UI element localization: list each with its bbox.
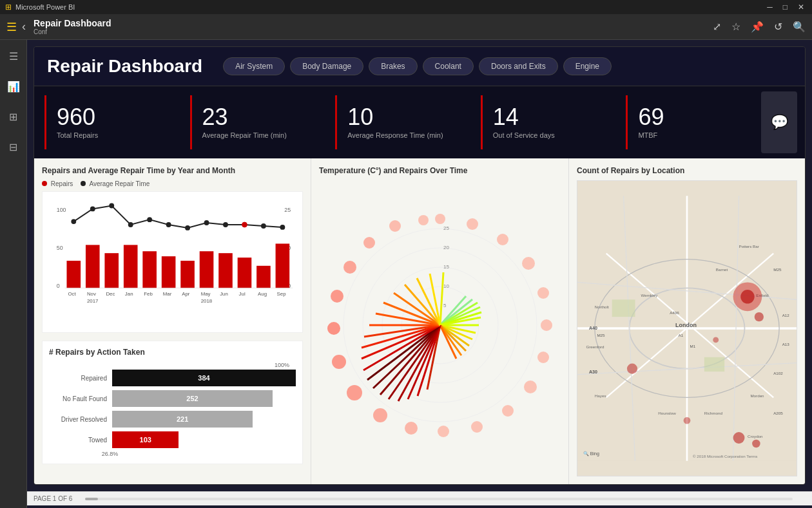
svg-text:0: 0 — [57, 283, 60, 289]
svg-text:A1: A1 — [679, 333, 684, 337]
svg-text:50: 50 — [57, 245, 63, 251]
kpi-value-repairs: 960 — [57, 106, 167, 129]
bar-0 — [66, 261, 81, 288]
svg-rect-92 — [704, 357, 724, 372]
svg-text:Hayes: Hayes — [595, 393, 606, 398]
bar-3 — [124, 245, 138, 288]
tab-brakes[interactable]: Brakes — [369, 57, 417, 75]
bookmark-icon[interactable]: ☆ — [731, 21, 740, 33]
close-btn[interactable]: ✕ — [795, 3, 807, 12]
kpi-total-repairs: 960 Total Repairs — [44, 95, 180, 149]
action-chart-title: # Repairs by Action Taken — [49, 348, 296, 357]
radial-chart-wrapper: /* rendered via inline SVG below */ 25 2… — [319, 180, 561, 470]
search-icon[interactable]: 🔍 — [793, 21, 806, 33]
bar-9 — [238, 258, 252, 288]
map-container[interactable]: London Northolt Hayes Hounslow Richmond … — [577, 180, 797, 476]
action-chart-min: 26.8% — [102, 451, 119, 457]
svg-text:5: 5 — [443, 303, 447, 308]
charts-area: Repairs and Average Repair Time by Year … — [34, 158, 805, 484]
hamburger-icon[interactable]: ☰ — [6, 20, 17, 34]
action-bar-driver: 221 — [112, 411, 253, 428]
sidebar-icon-layers[interactable]: ⊟ — [5, 137, 21, 157]
maximize-btn[interactable]: □ — [780, 3, 790, 12]
action-value-no-fault: 252 — [186, 395, 198, 402]
svg-text:A12: A12 — [782, 313, 790, 317]
svg-text:Wembley: Wembley — [641, 293, 658, 297]
action-bar-towed: 103 — [112, 431, 179, 448]
svg-text:A30: A30 — [589, 370, 597, 375]
svg-text:🔍: 🔍 — [583, 451, 589, 456]
map-dot-enfield — [755, 312, 764, 321]
kpi-label-avg-repair: Average Repair Time (min) — [202, 131, 313, 139]
sidebar-icon-menu[interactable]: ☰ — [5, 46, 22, 66]
svg-text:Northolt: Northolt — [595, 305, 609, 309]
window-controls[interactable]: ─ □ ✕ — [764, 3, 807, 12]
expand-icon[interactable]: ⤢ — [713, 21, 721, 33]
kpi-value-oos: 14 — [493, 106, 603, 129]
action-chart-max: 100% — [49, 362, 289, 368]
svg-line-44 — [380, 325, 440, 395]
scroll-track[interactable] — [85, 498, 793, 500]
svg-point-72 — [347, 385, 362, 400]
sidebar: ☰ 📊 ⊞ ⊟ — [0, 40, 27, 508]
bar-11 — [276, 243, 290, 288]
svg-point-64 — [541, 319, 552, 331]
back-button[interactable]: ‹ — [22, 20, 26, 33]
scroll-thumb[interactable] — [85, 498, 98, 500]
svg-point-74 — [327, 322, 340, 335]
legend-dot-repairs — [42, 181, 47, 186]
tab-air-system[interactable]: Air System — [223, 57, 285, 75]
svg-point-69 — [438, 426, 449, 437]
svg-text:10: 10 — [443, 283, 449, 289]
svg-text:Dec: Dec — [106, 291, 115, 297]
pin-icon[interactable]: 📌 — [751, 21, 764, 33]
sidebar-icon-grid[interactable]: ⊞ — [5, 107, 21, 127]
bar-chart-area: 100 50 0 25 20 20 — [42, 191, 303, 333]
action-label-repaired: Repaired — [49, 375, 107, 382]
main-content: Repair Dashboard Air System Body Damage … — [27, 40, 812, 508]
minimize-btn[interactable]: ─ — [764, 3, 775, 12]
app-title: Microsoft Power BI — [15, 3, 75, 11]
dot-3 — [128, 222, 133, 227]
toolbar: ☰ ‹ Repair Dashboard Conf ⤢ ☆ 📌 ↺ 🔍 — [0, 14, 812, 40]
kpi-label-repairs: Total Repairs — [57, 131, 167, 139]
svg-text:15: 15 — [443, 264, 449, 270]
svg-point-73 — [332, 355, 346, 369]
svg-text:A40: A40 — [589, 326, 597, 331]
svg-text:Greenford: Greenford — [586, 344, 604, 349]
svg-text:Jan: Jan — [125, 291, 133, 297]
svg-point-79 — [418, 215, 429, 225]
svg-text:Barnet: Barnet — [716, 267, 728, 272]
dot-5 — [166, 222, 171, 227]
refresh-icon[interactable]: ↺ — [774, 21, 782, 33]
chat-icon-button[interactable]: 💬 — [761, 91, 797, 153]
svg-point-76 — [343, 261, 356, 274]
action-row-no-fault: No Fault Found 252 — [49, 390, 296, 407]
action-bars: Repaired 384 No Fault Found 252 — [49, 370, 296, 448]
dot-2 — [109, 203, 114, 209]
radial-bars-right — [440, 296, 481, 359]
tab-coolant[interactable]: Coolant — [423, 57, 474, 75]
kpi-label-oos: Out of Service days — [493, 131, 603, 139]
bar-5 — [162, 256, 176, 288]
svg-text:100: 100 — [57, 207, 66, 213]
svg-text:A102: A102 — [773, 371, 783, 375]
bar-6 — [180, 261, 195, 288]
svg-text:Sep: Sep — [277, 291, 287, 297]
svg-text:Oct: Oct — [68, 291, 76, 297]
legend-repairs: Repairs — [42, 180, 73, 187]
kpi-avg-response: 10 Average Response Time (min) — [335, 95, 470, 149]
chat-icon: 💬 — [771, 114, 788, 131]
legend-dot-avg-repair — [81, 181, 86, 186]
svg-text:M25: M25 — [773, 267, 782, 272]
tab-body-damage[interactable]: Body Damage — [290, 57, 363, 75]
svg-point-63 — [537, 287, 549, 299]
tab-engine[interactable]: Engine — [563, 57, 612, 75]
svg-text:Feb: Feb — [144, 291, 153, 297]
dot-11 — [280, 225, 285, 230]
sidebar-icon-bar-chart[interactable]: 📊 — [3, 77, 24, 97]
map-dot-croydon1 — [733, 432, 745, 444]
svg-point-61 — [497, 234, 508, 245]
tab-doors-exits[interactable]: Doors and Exits — [479, 57, 558, 75]
kpi-value-avg-repair: 23 — [202, 106, 313, 129]
